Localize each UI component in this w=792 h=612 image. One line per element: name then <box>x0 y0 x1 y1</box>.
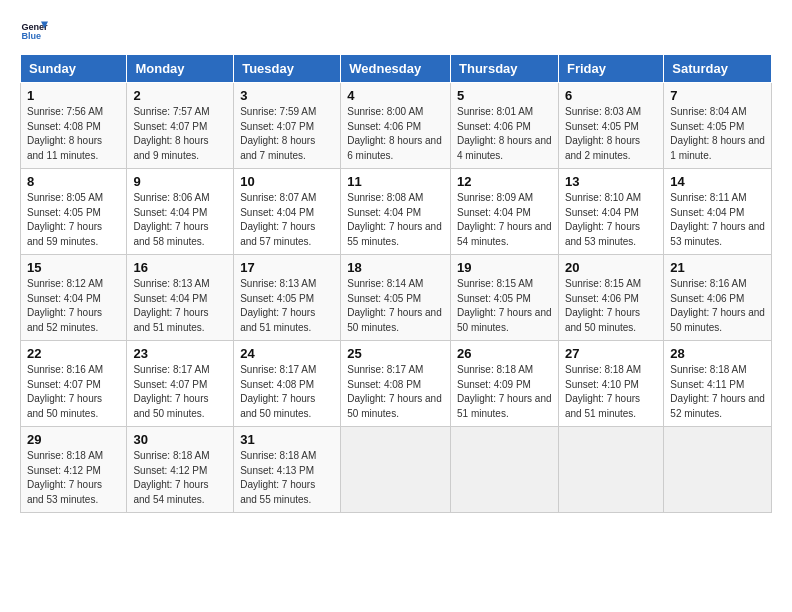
svg-text:Blue: Blue <box>21 31 41 41</box>
day-number: 30 <box>133 432 227 447</box>
day-info: Sunrise: 8:13 AM Sunset: 4:05 PM Dayligh… <box>240 277 334 335</box>
day-of-week-header: Tuesday <box>234 55 341 83</box>
day-info: Sunrise: 8:16 AM Sunset: 4:07 PM Dayligh… <box>27 363 120 421</box>
day-info: Sunrise: 8:15 AM Sunset: 4:06 PM Dayligh… <box>565 277 657 335</box>
calendar-day-cell: 27Sunrise: 8:18 AM Sunset: 4:10 PM Dayli… <box>558 341 663 427</box>
calendar-day-cell: 15Sunrise: 8:12 AM Sunset: 4:04 PM Dayli… <box>21 255 127 341</box>
day-info: Sunrise: 8:15 AM Sunset: 4:05 PM Dayligh… <box>457 277 552 335</box>
day-number: 9 <box>133 174 227 189</box>
calendar-week-row: 1Sunrise: 7:56 AM Sunset: 4:08 PM Daylig… <box>21 83 772 169</box>
day-number: 12 <box>457 174 552 189</box>
calendar-body: 1Sunrise: 7:56 AM Sunset: 4:08 PM Daylig… <box>21 83 772 513</box>
day-number: 21 <box>670 260 765 275</box>
day-number: 6 <box>565 88 657 103</box>
day-of-week-header: Saturday <box>664 55 772 83</box>
day-number: 1 <box>27 88 120 103</box>
calendar-day-cell: 6Sunrise: 8:03 AM Sunset: 4:05 PM Daylig… <box>558 83 663 169</box>
day-number: 17 <box>240 260 334 275</box>
day-number: 23 <box>133 346 227 361</box>
calendar-week-row: 15Sunrise: 8:12 AM Sunset: 4:04 PM Dayli… <box>21 255 772 341</box>
day-number: 4 <box>347 88 444 103</box>
calendar-day-cell: 9Sunrise: 8:06 AM Sunset: 4:04 PM Daylig… <box>127 169 234 255</box>
day-info: Sunrise: 7:59 AM Sunset: 4:07 PM Dayligh… <box>240 105 334 163</box>
calendar-week-row: 22Sunrise: 8:16 AM Sunset: 4:07 PM Dayli… <box>21 341 772 427</box>
day-info: Sunrise: 8:17 AM Sunset: 4:08 PM Dayligh… <box>347 363 444 421</box>
calendar-day-cell: 12Sunrise: 8:09 AM Sunset: 4:04 PM Dayli… <box>451 169 559 255</box>
calendar-day-cell <box>341 427 451 513</box>
calendar-day-cell <box>558 427 663 513</box>
day-info: Sunrise: 8:17 AM Sunset: 4:07 PM Dayligh… <box>133 363 227 421</box>
day-info: Sunrise: 7:57 AM Sunset: 4:07 PM Dayligh… <box>133 105 227 163</box>
calendar-day-cell: 16Sunrise: 8:13 AM Sunset: 4:04 PM Dayli… <box>127 255 234 341</box>
calendar-week-row: 29Sunrise: 8:18 AM Sunset: 4:12 PM Dayli… <box>21 427 772 513</box>
header: General Blue <box>20 16 772 44</box>
day-info: Sunrise: 8:01 AM Sunset: 4:06 PM Dayligh… <box>457 105 552 163</box>
day-number: 26 <box>457 346 552 361</box>
day-number: 25 <box>347 346 444 361</box>
day-info: Sunrise: 8:07 AM Sunset: 4:04 PM Dayligh… <box>240 191 334 249</box>
day-number: 29 <box>27 432 120 447</box>
day-number: 16 <box>133 260 227 275</box>
day-number: 31 <box>240 432 334 447</box>
calendar-day-cell: 13Sunrise: 8:10 AM Sunset: 4:04 PM Dayli… <box>558 169 663 255</box>
calendar-day-cell: 18Sunrise: 8:14 AM Sunset: 4:05 PM Dayli… <box>341 255 451 341</box>
calendar-day-cell: 14Sunrise: 8:11 AM Sunset: 4:04 PM Dayli… <box>664 169 772 255</box>
day-number: 22 <box>27 346 120 361</box>
calendar-day-cell: 22Sunrise: 8:16 AM Sunset: 4:07 PM Dayli… <box>21 341 127 427</box>
calendar-day-cell: 24Sunrise: 8:17 AM Sunset: 4:08 PM Dayli… <box>234 341 341 427</box>
day-number: 15 <box>27 260 120 275</box>
day-number: 13 <box>565 174 657 189</box>
day-number: 3 <box>240 88 334 103</box>
calendar-day-cell: 20Sunrise: 8:15 AM Sunset: 4:06 PM Dayli… <box>558 255 663 341</box>
day-info: Sunrise: 8:18 AM Sunset: 4:12 PM Dayligh… <box>133 449 227 507</box>
calendar-day-cell: 5Sunrise: 8:01 AM Sunset: 4:06 PM Daylig… <box>451 83 559 169</box>
day-of-week-header: Sunday <box>21 55 127 83</box>
logo-icon: General Blue <box>20 16 48 44</box>
day-info: Sunrise: 7:56 AM Sunset: 4:08 PM Dayligh… <box>27 105 120 163</box>
calendar-week-row: 8Sunrise: 8:05 AM Sunset: 4:05 PM Daylig… <box>21 169 772 255</box>
calendar-day-cell: 10Sunrise: 8:07 AM Sunset: 4:04 PM Dayli… <box>234 169 341 255</box>
day-info: Sunrise: 8:18 AM Sunset: 4:12 PM Dayligh… <box>27 449 120 507</box>
calendar-day-cell: 4Sunrise: 8:00 AM Sunset: 4:06 PM Daylig… <box>341 83 451 169</box>
calendar-day-cell <box>664 427 772 513</box>
day-number: 10 <box>240 174 334 189</box>
calendar-day-cell: 30Sunrise: 8:18 AM Sunset: 4:12 PM Dayli… <box>127 427 234 513</box>
calendar-day-cell: 19Sunrise: 8:15 AM Sunset: 4:05 PM Dayli… <box>451 255 559 341</box>
day-info: Sunrise: 8:14 AM Sunset: 4:05 PM Dayligh… <box>347 277 444 335</box>
day-info: Sunrise: 8:18 AM Sunset: 4:13 PM Dayligh… <box>240 449 334 507</box>
day-info: Sunrise: 8:17 AM Sunset: 4:08 PM Dayligh… <box>240 363 334 421</box>
logo: General Blue <box>20 16 48 44</box>
calendar-day-cell: 26Sunrise: 8:18 AM Sunset: 4:09 PM Dayli… <box>451 341 559 427</box>
calendar-day-cell: 21Sunrise: 8:16 AM Sunset: 4:06 PM Dayli… <box>664 255 772 341</box>
day-number: 27 <box>565 346 657 361</box>
day-info: Sunrise: 8:11 AM Sunset: 4:04 PM Dayligh… <box>670 191 765 249</box>
calendar-header-row: SundayMondayTuesdayWednesdayThursdayFrid… <box>21 55 772 83</box>
day-info: Sunrise: 8:08 AM Sunset: 4:04 PM Dayligh… <box>347 191 444 249</box>
day-info: Sunrise: 8:09 AM Sunset: 4:04 PM Dayligh… <box>457 191 552 249</box>
day-number: 11 <box>347 174 444 189</box>
day-info: Sunrise: 8:03 AM Sunset: 4:05 PM Dayligh… <box>565 105 657 163</box>
day-info: Sunrise: 8:13 AM Sunset: 4:04 PM Dayligh… <box>133 277 227 335</box>
day-of-week-header: Wednesday <box>341 55 451 83</box>
day-info: Sunrise: 8:10 AM Sunset: 4:04 PM Dayligh… <box>565 191 657 249</box>
day-info: Sunrise: 8:04 AM Sunset: 4:05 PM Dayligh… <box>670 105 765 163</box>
calendar-day-cell <box>451 427 559 513</box>
calendar-day-cell: 29Sunrise: 8:18 AM Sunset: 4:12 PM Dayli… <box>21 427 127 513</box>
day-number: 24 <box>240 346 334 361</box>
calendar-day-cell: 3Sunrise: 7:59 AM Sunset: 4:07 PM Daylig… <box>234 83 341 169</box>
day-info: Sunrise: 8:18 AM Sunset: 4:09 PM Dayligh… <box>457 363 552 421</box>
day-of-week-header: Friday <box>558 55 663 83</box>
day-number: 8 <box>27 174 120 189</box>
day-info: Sunrise: 8:00 AM Sunset: 4:06 PM Dayligh… <box>347 105 444 163</box>
calendar-day-cell: 11Sunrise: 8:08 AM Sunset: 4:04 PM Dayli… <box>341 169 451 255</box>
day-info: Sunrise: 8:06 AM Sunset: 4:04 PM Dayligh… <box>133 191 227 249</box>
calendar-day-cell: 7Sunrise: 8:04 AM Sunset: 4:05 PM Daylig… <box>664 83 772 169</box>
calendar-day-cell: 2Sunrise: 7:57 AM Sunset: 4:07 PM Daylig… <box>127 83 234 169</box>
day-number: 7 <box>670 88 765 103</box>
day-number: 14 <box>670 174 765 189</box>
calendar-day-cell: 31Sunrise: 8:18 AM Sunset: 4:13 PM Dayli… <box>234 427 341 513</box>
day-number: 20 <box>565 260 657 275</box>
day-number: 2 <box>133 88 227 103</box>
calendar-day-cell: 17Sunrise: 8:13 AM Sunset: 4:05 PM Dayli… <box>234 255 341 341</box>
day-number: 18 <box>347 260 444 275</box>
